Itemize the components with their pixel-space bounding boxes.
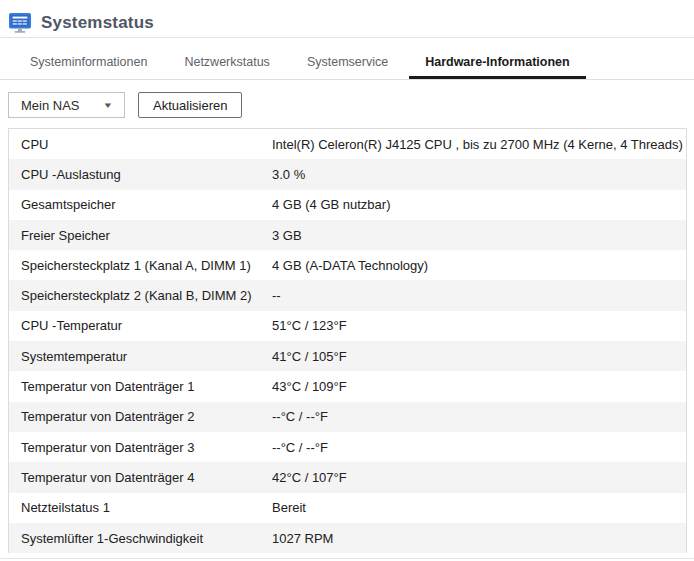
row-label: Systemtemperatur xyxy=(9,349,272,364)
row-label: Gesamtspeicher xyxy=(9,197,272,212)
chevron-down-icon: ▼ xyxy=(103,101,114,110)
row-label: Systemlüfter 1-Geschwindigkeit xyxy=(9,531,272,546)
tab-bar: SysteminformationenNetzwerkstatusSystems… xyxy=(0,38,694,80)
nas-selector-dropdown[interactable]: Mein NAS ▼ xyxy=(8,92,125,118)
row-value: 51°C / 123°F xyxy=(272,318,686,333)
toolbar: Mein NAS ▼ Aktualisieren xyxy=(8,92,694,118)
row-value: -- xyxy=(272,288,686,303)
row-label: Speichersteckplatz 1 (Kanal A, DIMM 1) xyxy=(9,258,272,273)
row-value: 42°C / 107°F xyxy=(272,470,686,485)
tab-systemservice[interactable]: Systemservice xyxy=(307,55,388,79)
row-label: Speichersteckplatz 2 (Kanal B, DIMM 2) xyxy=(9,288,272,303)
row-label: Netzteilstatus 1 xyxy=(9,500,272,515)
row-value: 4 GB (A-DATA Technology) xyxy=(272,258,686,273)
row-value: 41°C / 105°F xyxy=(272,349,686,364)
row-value: 43°C / 109°F xyxy=(272,379,686,394)
tab-hardware-informationen[interactable]: Hardware-Informationen xyxy=(425,55,569,79)
table-row: Speichersteckplatz 2 (Kanal B, DIMM 2)-- xyxy=(9,280,686,310)
row-value: Bereit xyxy=(272,500,686,515)
table-row: CPU -Temperatur51°C / 123°F xyxy=(9,311,686,341)
row-value: --°C / --°F xyxy=(272,440,686,455)
table-row: Gesamtspeicher4 GB (4 GB nutzbar) xyxy=(9,190,686,220)
page-header: Systemstatus xyxy=(0,0,694,37)
row-value: 3.0 % xyxy=(272,167,686,182)
table-row: Systemlüfter 1-Geschwindigkeit1027 RPM xyxy=(9,523,686,553)
row-label: Temperatur von Datenträger 3 xyxy=(9,440,272,455)
hardware-info-table: CPUIntel(R) Celeron(R) J4125 CPU , bis z… xyxy=(8,128,687,553)
refresh-button[interactable]: Aktualisieren xyxy=(138,92,242,118)
table-row: Temperatur von Datenträger 442°C / 107°F xyxy=(9,462,686,492)
table-row: CPU -Auslastung3.0 % xyxy=(9,159,686,189)
table-row: Systemtemperatur41°C / 105°F xyxy=(9,341,686,371)
tab-netzwerkstatus[interactable]: Netzwerkstatus xyxy=(184,55,269,79)
row-value: 3 GB xyxy=(272,228,686,243)
row-label: Temperatur von Datenträger 1 xyxy=(9,379,272,394)
row-label: CPU xyxy=(9,137,272,152)
monitor-status-icon xyxy=(9,13,31,33)
nas-selector-value: Mein NAS xyxy=(21,98,80,113)
row-value: Intel(R) Celeron(R) J4125 CPU , bis zu 2… xyxy=(272,137,686,152)
row-value: 1027 RPM xyxy=(272,531,686,546)
row-label: Temperatur von Datenträger 4 xyxy=(9,470,272,485)
tab-systeminformationen[interactable]: Systeminformationen xyxy=(30,55,147,79)
row-label: CPU -Temperatur xyxy=(9,318,272,333)
table-row: Netzteilstatus 1Bereit xyxy=(9,493,686,523)
row-label: CPU -Auslastung xyxy=(9,167,272,182)
bottom-border xyxy=(0,558,694,559)
table-row: Temperatur von Datenträger 3--°C / --°F xyxy=(9,432,686,462)
page-title: Systemstatus xyxy=(41,13,154,33)
table-row: Speichersteckplatz 1 (Kanal A, DIMM 1)4 … xyxy=(9,250,686,280)
table-row: Freier Speicher3 GB xyxy=(9,220,686,250)
row-value: 4 GB (4 GB nutzbar) xyxy=(272,197,686,212)
row-label: Freier Speicher xyxy=(9,228,272,243)
table-row: Temperatur von Datenträger 143°C / 109°F xyxy=(9,371,686,401)
table-row: Temperatur von Datenträger 2--°C / --°F xyxy=(9,402,686,432)
row-label: Temperatur von Datenträger 2 xyxy=(9,409,272,424)
row-value: --°C / --°F xyxy=(272,409,686,424)
table-row: CPUIntel(R) Celeron(R) J4125 CPU , bis z… xyxy=(9,129,686,159)
